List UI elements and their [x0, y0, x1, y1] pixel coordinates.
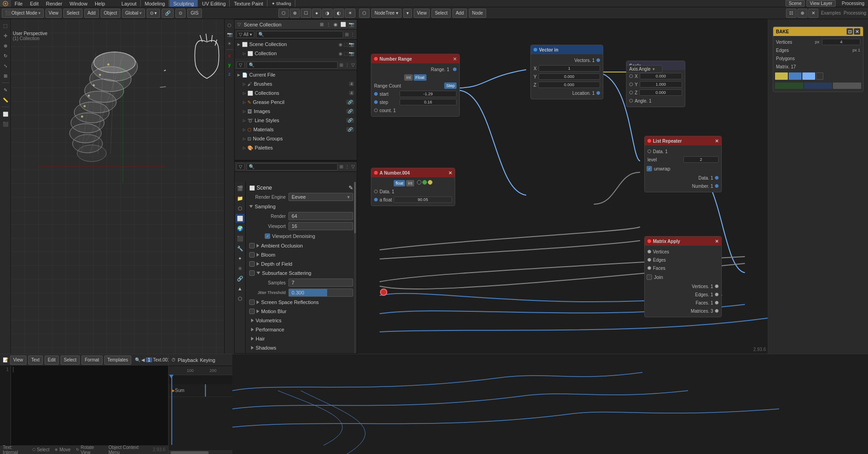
- file-browser-search-input[interactable]: [247, 62, 338, 69]
- gis-btn[interactable]: GIS: [187, 9, 201, 18]
- timeline-scrollbar[interactable]: [170, 451, 209, 454]
- outliner-filter-icon[interactable]: ▽: [237, 22, 241, 27]
- add-node-menu[interactable]: Add: [452, 9, 467, 18]
- filter3[interactable]: ▽: [351, 62, 355, 67]
- node-toolbar-icon3[interactable]: ✕: [808, 9, 818, 18]
- scale-z-val[interactable]: 0.000: [639, 89, 682, 96]
- prop-data-icon[interactable]: ▲: [236, 284, 245, 293]
- text-edit-menu[interactable]: Edit: [45, 356, 59, 365]
- add-menu[interactable]: Add: [84, 9, 99, 18]
- list-level-value[interactable]: 2: [683, 156, 719, 163]
- matrix-face-in[interactable]: [647, 266, 651, 270]
- prop-filter-dropdown[interactable]: ▽: [236, 163, 245, 170]
- camera-icon[interactable]: 📷: [349, 42, 354, 47]
- outliner-funnel[interactable]: ⊞: [345, 32, 349, 37]
- prop-scene-icon[interactable]: ⬜: [236, 214, 245, 223]
- matrix-apply-node[interactable]: Matrix Apply ✕ Vertices Edges Faces: [644, 236, 722, 317]
- step-value[interactable]: 0.16: [400, 99, 457, 105]
- file-grease-pencil[interactable]: ▷ ✎ Grease Pencil 🔗: [235, 98, 357, 107]
- prop-physics-icon[interactable]: ⚛: [236, 264, 245, 273]
- anumber-green-socket[interactable]: [422, 180, 427, 185]
- viewport-denoising-checkbox[interactable]: ✓: [265, 233, 270, 239]
- node-toolbar-icon1[interactable]: ☷: [786, 9, 796, 18]
- pivot-btn[interactable]: ⊙ ▾: [147, 9, 160, 18]
- matrix-join-checkbox[interactable]: [647, 274, 652, 280]
- node-tree-selector[interactable]: ▾: [403, 9, 412, 18]
- file-brushes[interactable]: ▷ 🖌 Brushes 4: [235, 79, 357, 88]
- outliner-eye-btn[interactable]: ◉: [334, 22, 338, 27]
- tool-cursor[interactable]: ✛: [1, 31, 10, 40]
- tool-measure[interactable]: 📏: [1, 95, 10, 104]
- vector-in-node[interactable]: Vector in Vectors. 1 X 1 Y 0.000 Z 0.000: [530, 45, 603, 99]
- step-btn[interactable]: Step: [444, 83, 457, 89]
- gizmo-toggle[interactable]: ⬡: [278, 9, 289, 18]
- xray-toggle[interactable]: ☐: [301, 9, 311, 18]
- bloom-checkbox[interactable]: [249, 252, 255, 258]
- menu-file[interactable]: File: [11, 0, 26, 7]
- text-editor-icon[interactable]: 📝: [3, 357, 8, 362]
- location-socket[interactable]: [596, 91, 600, 95]
- prop-funnel[interactable]: ⊞: [339, 164, 343, 169]
- anumber-int-btn[interactable]: int: [406, 180, 414, 186]
- prop-options[interactable]: ⋮: [345, 164, 349, 169]
- tool-rotate[interactable]: ↻: [1, 51, 10, 60]
- matrix-vert-out[interactable]: [715, 284, 719, 288]
- motion-blur-header[interactable]: Motion Blur: [247, 307, 355, 316]
- z-axis-view[interactable]: z: [226, 70, 234, 78]
- shadows-header[interactable]: Shadows: [247, 343, 355, 352]
- hair-header[interactable]: Hair: [247, 334, 355, 343]
- node-editor-type[interactable]: NodeTree ▾: [371, 9, 401, 18]
- prop-view-layer-icon[interactable]: ⬡: [236, 204, 245, 213]
- outliner-restrict-btn[interactable]: ⬜: [340, 22, 346, 27]
- perspective-icon[interactable]: ⬡: [226, 21, 234, 29]
- bake-swatch-4[interactable]: [816, 72, 823, 80]
- outliner-search-input[interactable]: [256, 31, 343, 38]
- bake-swatch-2[interactable]: [789, 72, 801, 80]
- tab-uv-editing[interactable]: UV Editing: [198, 0, 230, 7]
- funnel2[interactable]: ⊞: [339, 62, 343, 67]
- sss-samples-input[interactable]: 7: [288, 279, 353, 287]
- viewport-samples-input[interactable]: 16: [288, 222, 353, 230]
- scale-x-in[interactable]: [629, 74, 633, 78]
- bake-btn2[interactable]: ✕: [854, 28, 860, 35]
- properties-search-input[interactable]: [247, 163, 338, 170]
- float-btn[interactable]: Float: [414, 74, 426, 81]
- tab-modeling[interactable]: Modeling: [141, 0, 169, 7]
- range-out-socket[interactable]: [453, 67, 457, 71]
- mode-selector[interactable]: ⬛ Object Mode ▾: [2, 9, 44, 18]
- text-templates-menu[interactable]: Templates: [104, 356, 132, 365]
- tool-transform[interactable]: ⊞: [1, 71, 10, 80]
- view-layer-selector[interactable]: View Layer: [806, 0, 835, 7]
- node-menu[interactable]: Node: [469, 9, 486, 18]
- footer-select-btn[interactable]: ⬡ Select: [31, 447, 51, 452]
- outliner-filter-btn[interactable]: ⊞: [320, 22, 324, 27]
- a-number-close[interactable]: ✕: [448, 170, 452, 175]
- tool-scale[interactable]: ⤡: [1, 61, 10, 70]
- render-engine-selector[interactable]: Eevee ▾: [288, 193, 353, 201]
- vec-x-value[interactable]: 1: [539, 65, 600, 72]
- node-editor-icon[interactable]: ⬡: [359, 9, 370, 18]
- bake-px-value[interactable]: 4: [822, 39, 860, 45]
- transform-global[interactable]: Global▾: [122, 9, 145, 18]
- menu-help[interactable]: Help: [91, 0, 109, 7]
- prop-constraints-icon[interactable]: 🔗: [236, 274, 245, 283]
- view-node-menu[interactable]: View: [414, 9, 430, 18]
- list-unwrap-checkbox[interactable]: ✓: [647, 166, 652, 171]
- sss-header[interactable]: Subsurface Scattering: [247, 268, 355, 278]
- a-number-node[interactable]: A Number.004 ✕ float int Data. 1: [371, 168, 455, 206]
- file-palettes[interactable]: ▷ 🎨 Palettes: [235, 143, 357, 152]
- int-btn[interactable]: Int: [404, 74, 412, 81]
- file-current-file[interactable]: ▶ 📄 Current File: [235, 70, 357, 79]
- scale-y-val[interactable]: 1.000: [640, 81, 682, 88]
- outliner-sort[interactable]: ⋮: [350, 32, 355, 37]
- list-data-in-socket[interactable]: [647, 150, 651, 153]
- tab-sculpting[interactable]: Sculpting: [169, 0, 198, 7]
- outliner-camera-btn[interactable]: 📷: [349, 22, 354, 27]
- tool-add-cube[interactable]: ⬜: [1, 109, 10, 119]
- footer-move-btn[interactable]: ⊕ Move: [53, 447, 72, 452]
- scene-edit-icon[interactable]: ✎: [349, 185, 353, 191]
- sss-jitter-input[interactable]: 0.300: [288, 289, 353, 297]
- overlay-toggle[interactable]: ⊕: [290, 9, 300, 18]
- text-view-menu[interactable]: View: [10, 356, 26, 365]
- bloom-header[interactable]: Bloom: [247, 250, 355, 259]
